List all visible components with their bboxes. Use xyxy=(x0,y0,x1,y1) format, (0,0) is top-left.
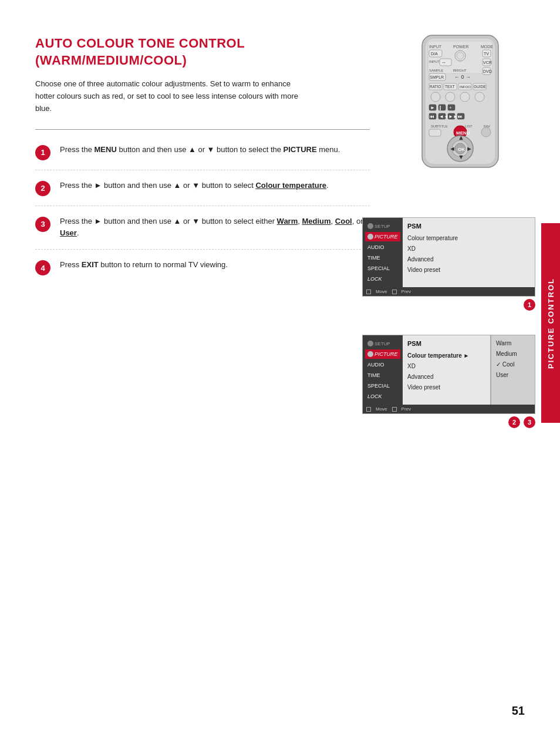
menu-footer-1: Move Prev xyxy=(363,287,535,296)
menu-item-colour-temp: Colour temperature xyxy=(407,234,530,243)
menu-left-2: SETUP PICTURE AUDIO TIME SPECIAL LOCK xyxy=(363,335,403,405)
menu-audio: AUDIO xyxy=(365,243,400,252)
step-2: 2 Press the ► button and then use ▲ or ▼… xyxy=(35,170,370,206)
svg-text:+: + xyxy=(449,105,452,110)
svg-text:OK: OK xyxy=(458,147,465,152)
svg-text:LIST: LIST xyxy=(465,124,473,128)
menu2-lock: LOCK xyxy=(365,392,400,401)
step-ref-badge-1: 1 xyxy=(524,299,535,311)
menu-left-1: SETUP PICTURE AUDIO TIME SPECIAL LOCK xyxy=(363,218,403,287)
remote-image: INPUT MODE D/A POWER TV INPUT ↔ VCR SAMP… xyxy=(413,32,531,173)
menu-right-header: PSM xyxy=(407,221,530,231)
svg-text:◄: ◄ xyxy=(449,145,456,152)
step-4-text: Press EXIT button to return to normal TV… xyxy=(60,259,228,271)
page-number: 51 xyxy=(512,704,525,718)
svg-text:POWER: POWER xyxy=(453,45,468,49)
svg-text:MODE: MODE xyxy=(481,45,493,49)
menu-item-video-preset: Video preset xyxy=(407,265,530,274)
step-1: 1 Press the MENU button and then use ▲ o… xyxy=(35,134,370,170)
svg-text:▼: ▼ xyxy=(458,153,464,160)
menu-screenshot-2: SETUP PICTURE AUDIO TIME SPECIAL LOCK PS… xyxy=(362,335,535,428)
svg-rect-54 xyxy=(429,129,441,136)
svg-point-33 xyxy=(446,92,455,102)
step-3-text: Press the ► button and then use ▲ or ▼ b… xyxy=(60,216,370,240)
menu2-right-header: PSM xyxy=(407,339,485,348)
side-tab: PICTURE CONTROL xyxy=(541,223,560,423)
svg-text:►: ► xyxy=(466,145,473,152)
svg-text:▲: ▲ xyxy=(458,134,464,141)
menu-picture: PICTURE xyxy=(365,232,400,241)
svg-text:SAMPLE: SAMPLE xyxy=(429,69,443,72)
menu2-time: TIME xyxy=(365,371,400,380)
svg-point-35 xyxy=(475,92,484,102)
svg-text:‖: ‖ xyxy=(439,105,441,110)
menu-footer-2: Move Prev xyxy=(363,405,535,413)
menu-right-1: PSM Colour temperature XD Advanced Video… xyxy=(403,218,535,287)
svg-text:VCR: VCR xyxy=(483,60,492,65)
svg-text:SMPLR: SMPLR xyxy=(430,75,444,79)
menu2-advanced: Advanced xyxy=(407,372,485,381)
menu-time: TIME xyxy=(365,253,400,263)
menu-screenshot-1: SETUP PICTURE AUDIO TIME SPECIAL LOCK PS… xyxy=(362,217,535,311)
divider xyxy=(35,129,370,130)
menu-item-advanced: Advanced xyxy=(407,255,530,264)
menu2-picture: PICTURE xyxy=(365,349,400,359)
step-badge-3: 3 xyxy=(35,217,50,232)
step-4: 4 Press EXIT button to return to normal … xyxy=(35,250,370,285)
menu-box-2: SETUP PICTURE AUDIO TIME SPECIAL LOCK PS… xyxy=(362,335,535,414)
sub-warm: Warm xyxy=(496,339,530,348)
remote-svg: INPUT MODE D/A POWER TV INPUT ↔ VCR SAMP… xyxy=(413,32,531,170)
svg-text:TEXT: TEXT xyxy=(445,85,455,89)
sub-medium: Medium xyxy=(496,349,530,358)
step-1-text: Press the MENU button and then use ▲ or … xyxy=(60,144,340,156)
svg-text:GUIDE: GUIDE xyxy=(474,85,486,89)
step-badge-1: 1 xyxy=(35,145,50,160)
step-badge-2: 2 xyxy=(35,181,50,196)
svg-text:D/A: D/A xyxy=(431,52,438,56)
svg-text:⏭: ⏭ xyxy=(458,114,463,119)
steps-section: 1 Press the MENU button and then use ▲ o… xyxy=(35,134,370,285)
step-3: 3 Press the ► button and then use ▲ or ▼… xyxy=(35,206,370,250)
step-ref-badge-2: 2 xyxy=(508,416,520,428)
step-ref-badge-3: 3 xyxy=(524,416,535,428)
menu-special: SPECIAL xyxy=(365,264,400,273)
svg-text:⏮: ⏮ xyxy=(430,114,434,119)
menu2-xd: XD xyxy=(407,362,485,371)
menu-box-1: SETUP PICTURE AUDIO TIME SPECIAL LOCK PS… xyxy=(362,217,535,297)
svg-text:RATIO: RATIO xyxy=(430,85,441,89)
sub-user: User xyxy=(496,371,530,379)
svg-text:BRIGHT: BRIGHT xyxy=(453,69,467,72)
step-badge-4: 4 xyxy=(35,260,50,275)
svg-text:↔: ↔ xyxy=(441,60,446,65)
svg-point-34 xyxy=(460,92,470,102)
menu-lock: LOCK xyxy=(365,274,400,284)
svg-text:INPUT: INPUT xyxy=(429,60,440,63)
menu-item-xd: XD xyxy=(407,244,530,253)
menu2-video-preset: Video preset xyxy=(407,383,485,392)
menu2-setup: SETUP xyxy=(365,339,400,348)
svg-text:◄◄: ◄◄ xyxy=(439,114,448,119)
menu2-special: SPECIAL xyxy=(365,381,400,391)
svg-text:← 0 →: ← 0 → xyxy=(454,74,471,80)
menu2-colour-temp: Colour temperature ► xyxy=(407,351,485,360)
step-2-text: Press the ► button and then use ▲ or ▼ b… xyxy=(60,180,329,192)
menu-setup: SETUP xyxy=(365,221,400,231)
description: Choose one of three automatic colour adj… xyxy=(35,78,305,115)
side-tab-label: PICTURE CONTROL xyxy=(546,278,555,369)
svg-text:INPUT: INPUT xyxy=(429,45,442,49)
svg-text:SUBTITLE: SUBTITLE xyxy=(431,124,448,128)
menu-sub-col: Warm Medium Cool User xyxy=(491,335,535,405)
svg-text:►►: ►► xyxy=(448,114,458,119)
svg-point-58 xyxy=(481,127,491,137)
sub-cool: Cool xyxy=(496,360,530,369)
menu-right-2: PSM Colour temperature ► XD Advanced Vid… xyxy=(403,335,491,405)
svg-text:DVD: DVD xyxy=(483,69,492,73)
svg-text:►: ► xyxy=(430,105,435,110)
svg-point-32 xyxy=(431,92,440,102)
svg-point-11 xyxy=(457,52,464,59)
svg-text:TV: TV xyxy=(484,52,489,56)
menu2-audio: AUDIO xyxy=(365,360,400,369)
svg-text:INFOO: INFOO xyxy=(460,85,471,89)
